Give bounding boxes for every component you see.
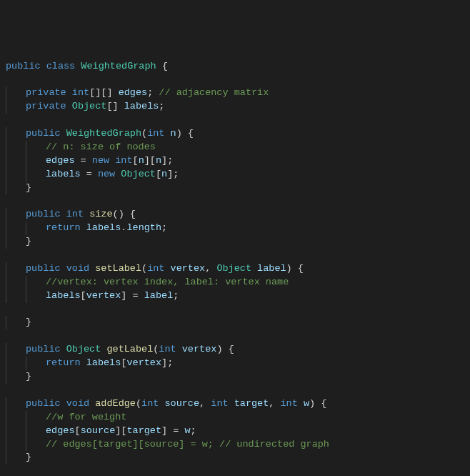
code-token: [][] xyxy=(89,87,119,98)
code-token: [ xyxy=(75,425,81,436)
code-token: ] = xyxy=(161,425,184,436)
code-line[interactable] xyxy=(6,303,470,317)
code-token: labels xyxy=(124,101,159,111)
code-token: length xyxy=(126,222,161,233)
code-token: } xyxy=(26,182,31,193)
code-token: Object xyxy=(121,169,156,179)
code-token: source xyxy=(164,398,199,409)
code-token: labels xyxy=(86,357,121,368)
code-token: { xyxy=(156,61,168,71)
code-token: // edges[target][source] = w; // undirec… xyxy=(46,439,329,450)
code-token: [] xyxy=(106,101,124,111)
code-token: w xyxy=(304,398,309,409)
code-token: } xyxy=(26,236,31,247)
code-token: ; xyxy=(147,87,159,98)
code-line[interactable]: // n: size of nodes xyxy=(6,141,470,154)
code-token: new xyxy=(98,169,121,179)
code-line[interactable]: edges[source][target] = w; xyxy=(6,425,470,438)
code-token: ) { xyxy=(176,128,194,139)
code-token: w xyxy=(184,425,190,436)
code-token: size xyxy=(89,209,112,219)
code-token: edges xyxy=(119,87,148,98)
code-token: ; xyxy=(159,101,164,111)
code-token: [ xyxy=(133,155,139,166)
code-token: , xyxy=(205,263,216,274)
code-line[interactable]: edges = new int[n][n]; xyxy=(6,154,470,168)
code-line[interactable]: labels[vertex] = label; xyxy=(6,289,470,303)
code-line[interactable]: } xyxy=(6,235,470,249)
code-token: } xyxy=(26,317,31,327)
code-line[interactable]: public Object getLabel(int vertex) { xyxy=(6,343,470,357)
code-token: edges xyxy=(46,425,75,436)
code-line[interactable]: public void setLabel(int vertex, Object … xyxy=(6,262,470,276)
code-line[interactable] xyxy=(6,249,470,262)
code-line[interactable]: //w for weight xyxy=(6,411,470,425)
code-token: new xyxy=(92,155,115,166)
code-editor[interactable]: public class WeightedGraph {private int[… xyxy=(6,60,470,476)
code-token: int xyxy=(147,263,170,274)
code-token: [ xyxy=(81,290,86,301)
code-line[interactable] xyxy=(6,73,470,86)
code-line[interactable]: } xyxy=(6,316,470,329)
code-token: } xyxy=(26,371,31,382)
code-token: ) { xyxy=(216,344,234,354)
code-token: // n: size of nodes xyxy=(46,142,156,152)
code-token: int xyxy=(211,398,234,409)
code-token: vertex xyxy=(126,357,161,368)
code-line[interactable]: public void addEdge(int source, int targ… xyxy=(6,397,470,411)
code-line[interactable] xyxy=(6,384,470,397)
code-token: ][ xyxy=(144,155,156,166)
code-token: ][ xyxy=(115,425,126,436)
code-token: ( xyxy=(141,263,147,274)
code-line[interactable]: } xyxy=(6,182,470,195)
code-line[interactable] xyxy=(6,194,470,208)
code-token: int xyxy=(66,209,89,219)
code-line[interactable]: private int[][] edges; // adjacency matr… xyxy=(6,86,470,100)
code-line[interactable] xyxy=(6,465,470,476)
code-token: int xyxy=(159,344,181,354)
code-token: return xyxy=(46,357,86,368)
code-token: labels xyxy=(46,290,81,301)
code-line[interactable]: } xyxy=(6,451,470,465)
code-token: ) { xyxy=(309,398,326,409)
code-token: void xyxy=(66,263,96,274)
code-token: public xyxy=(26,128,66,139)
code-token: target xyxy=(126,425,161,436)
code-token: labels xyxy=(46,169,81,179)
code-line[interactable]: return labels.length; xyxy=(6,222,470,235)
code-token: int xyxy=(281,398,304,409)
code-token: private xyxy=(26,87,72,98)
code-token: WeightedGraph xyxy=(66,128,141,139)
code-token: n xyxy=(156,155,161,166)
code-token: //vertex: vertex index, label: vertex na… xyxy=(46,277,289,287)
code-line[interactable]: // edges[target][source] = w; // undirec… xyxy=(6,438,470,452)
code-token: addEdge xyxy=(95,398,136,409)
code-line[interactable]: public WeightedGraph(int n) { xyxy=(6,127,470,141)
code-line[interactable]: //vertex: vertex index, label: vertex na… xyxy=(6,276,470,289)
code-token: Object xyxy=(66,344,107,354)
code-token: ]; xyxy=(161,357,173,368)
code-token: int xyxy=(141,398,164,409)
code-token: ] = xyxy=(121,290,144,301)
code-line[interactable] xyxy=(6,114,470,127)
code-line[interactable] xyxy=(6,329,470,343)
code-token: ; xyxy=(191,425,196,436)
code-token: source xyxy=(81,425,116,436)
code-line[interactable]: labels = new Object[n]; xyxy=(6,168,470,182)
code-line[interactable]: } xyxy=(6,370,470,384)
code-token: [ xyxy=(156,169,161,179)
code-token: ) { xyxy=(286,263,304,274)
code-token: vertex xyxy=(171,263,206,274)
code-token: public xyxy=(26,344,66,354)
code-line[interactable]: public int size() { xyxy=(6,208,470,222)
code-token: public xyxy=(6,61,46,71)
code-token: getLabel xyxy=(106,344,153,354)
code-token: } xyxy=(26,452,31,462)
code-line[interactable]: public class WeightedGraph { xyxy=(6,60,470,74)
code-line[interactable]: private Object[] labels; xyxy=(6,100,470,114)
code-token: ; xyxy=(161,222,167,233)
code-token: void xyxy=(66,398,96,409)
code-token: int xyxy=(115,155,132,166)
code-token: n xyxy=(161,169,167,179)
code-line[interactable]: return labels[vertex]; xyxy=(6,357,470,370)
